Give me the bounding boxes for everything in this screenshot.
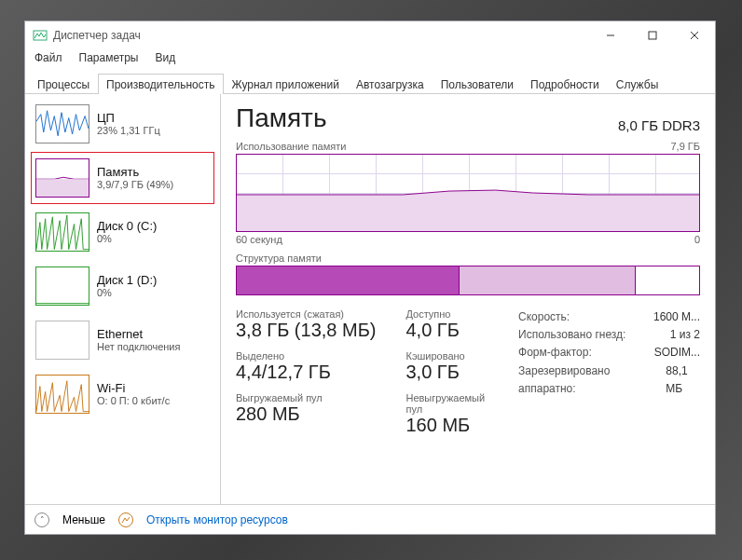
- ethernet-thumb: [35, 321, 89, 360]
- sidebar-item-disk0[interactable]: Диск 0 (C:) 0%: [31, 206, 214, 258]
- app-icon: [33, 28, 48, 43]
- stats-area: Используется (сжатая) 3,8 ГБ (13,8 МБ) В…: [236, 308, 700, 436]
- committed-value: 4,4/12,7 ГБ: [236, 362, 376, 383]
- nonpaged-label: Невыгружаемый пул: [405, 392, 488, 415]
- available-label: Доступно: [405, 308, 488, 320]
- sidebar-item-cpu[interactable]: ЦП 23% 1,31 ГГц: [31, 98, 214, 150]
- sidebar-item-ethernet[interactable]: Ethernet Нет подключения: [31, 314, 214, 366]
- close-button[interactable]: [673, 21, 715, 49]
- sidebar-cpu-title: ЦП: [97, 111, 160, 126]
- mem-seg-free: [635, 266, 699, 294]
- chart-x-right: 0: [694, 234, 700, 245]
- tab-services[interactable]: Службы: [608, 74, 666, 94]
- tab-processes[interactable]: Процессы: [29, 74, 98, 94]
- form-v: SODIM...: [654, 344, 700, 362]
- sidebar-disk0-sub: 0%: [97, 233, 157, 245]
- task-manager-window: Диспетчер задач Файл Параметры Вид Проце…: [24, 20, 716, 535]
- titlebar: Диспетчер задач: [25, 21, 715, 49]
- memory-thumb: [35, 158, 89, 198]
- memory-structure-bar[interactable]: [236, 266, 700, 295]
- structure-label: Структура памяти: [236, 253, 322, 264]
- tab-users[interactable]: Пользователи: [433, 74, 522, 94]
- sidebar-wifi-title: Wi-Fi: [97, 381, 170, 396]
- disk1-thumb: [35, 266, 89, 306]
- sidebar-item-disk1[interactable]: Диск 1 (D:) 0%: [31, 260, 214, 312]
- sidebar-memory-sub: 3,9/7,9 ГБ (49%): [97, 179, 173, 191]
- cpu-thumb: [35, 104, 89, 143]
- sidebar-disk1-title: Диск 1 (D:): [97, 273, 157, 288]
- mem-seg-used: [237, 266, 459, 294]
- used-label: Используется (сжатая): [236, 308, 376, 320]
- svg-rect-2: [649, 32, 656, 39]
- minimize-button[interactable]: [589, 21, 631, 49]
- page-title: Память: [236, 103, 327, 133]
- sidebar-memory-title: Память: [97, 165, 173, 180]
- window-controls: [589, 21, 715, 49]
- cached-label: Кэшировано: [405, 350, 488, 362]
- slots-v: 1 из 2: [670, 326, 700, 344]
- sidebar-wifi-sub: О: 0 П: 0 кбит/с: [97, 395, 170, 407]
- tabstrip: Процессы Производительность Журнал прило…: [25, 70, 715, 94]
- resmon-icon: [118, 512, 133, 527]
- footer: ˄ Меньше Открыть монитор ресурсов: [25, 504, 715, 534]
- usage-label: Использование памяти: [236, 141, 346, 152]
- paged-label: Выгружаемый пул: [236, 392, 376, 403]
- slots-k: Использовано гнезд:: [518, 326, 625, 344]
- menubar: Файл Параметры Вид: [25, 49, 715, 70]
- chevron-up-icon[interactable]: ˄: [34, 512, 49, 527]
- mem-seg-cached: [459, 266, 634, 294]
- main-panel: Память 8,0 ГБ DDR3 Использование памяти …: [221, 94, 715, 504]
- committed-label: Выделено: [236, 350, 376, 362]
- speed-k: Скорость:: [518, 308, 570, 326]
- sidebar-ethernet-title: Ethernet: [97, 327, 180, 342]
- perf-sidebar: ЦП 23% 1,31 ГГц Память 3,9/7,9 ГБ (49%): [25, 94, 221, 504]
- disk0-thumb: [35, 212, 89, 252]
- maximize-button[interactable]: [631, 21, 673, 49]
- svg-rect-5: [36, 179, 89, 197]
- menu-view[interactable]: Вид: [153, 49, 177, 70]
- wifi-thumb: [35, 375, 89, 414]
- speed-v: 1600 М...: [653, 308, 700, 326]
- sidebar-ethernet-sub: Нет подключения: [97, 341, 180, 353]
- sidebar-cpu-sub: 23% 1,31 ГГц: [97, 125, 160, 137]
- reserved-k: Зарезервировано аппаратно:: [518, 362, 643, 398]
- tab-performance[interactable]: Производительность: [98, 74, 223, 94]
- content-body: ЦП 23% 1,31 ГГц Память 3,9/7,9 ГБ (49%): [25, 94, 715, 504]
- nonpaged-value: 160 МБ: [405, 415, 488, 436]
- memory-usage-chart[interactable]: [236, 154, 700, 232]
- available-value: 4,0 ГБ: [405, 320, 488, 341]
- menu-file[interactable]: Файл: [33, 49, 64, 70]
- tab-app-history[interactable]: Журнал приложений: [224, 74, 348, 94]
- cached-value: 3,0 ГБ: [405, 362, 488, 383]
- sidebar-disk1-sub: 0%: [97, 287, 157, 299]
- form-k: Форм-фактор:: [518, 344, 592, 362]
- paged-value: 280 МБ: [236, 403, 376, 425]
- window-title: Диспетчер задач: [53, 29, 141, 42]
- reserved-v: 88,1 МБ: [666, 362, 700, 398]
- menu-options[interactable]: Параметры: [77, 49, 141, 70]
- open-resmon-link[interactable]: Открыть монитор ресурсов: [146, 513, 288, 526]
- sidebar-item-memory[interactable]: Память 3,9/7,9 ГБ (49%): [31, 152, 214, 204]
- chart-x-left: 60 секунд: [236, 234, 282, 245]
- used-value: 3,8 ГБ (13,8 МБ): [236, 320, 376, 341]
- mem-details-table: Скорость:1600 М... Использовано гнезд:1 …: [518, 308, 700, 436]
- less-button[interactable]: Меньше: [62, 513, 105, 526]
- tab-startup[interactable]: Автозагрузка: [348, 74, 433, 94]
- memory-spec: 8,0 ГБ DDR3: [618, 117, 700, 133]
- sidebar-disk0-title: Диск 0 (C:): [97, 219, 157, 234]
- tab-details[interactable]: Подробности: [522, 74, 608, 94]
- sidebar-item-wifi[interactable]: Wi-Fi О: 0 П: 0 кбит/с: [31, 368, 214, 420]
- usage-max: 7,9 ГБ: [670, 141, 700, 152]
